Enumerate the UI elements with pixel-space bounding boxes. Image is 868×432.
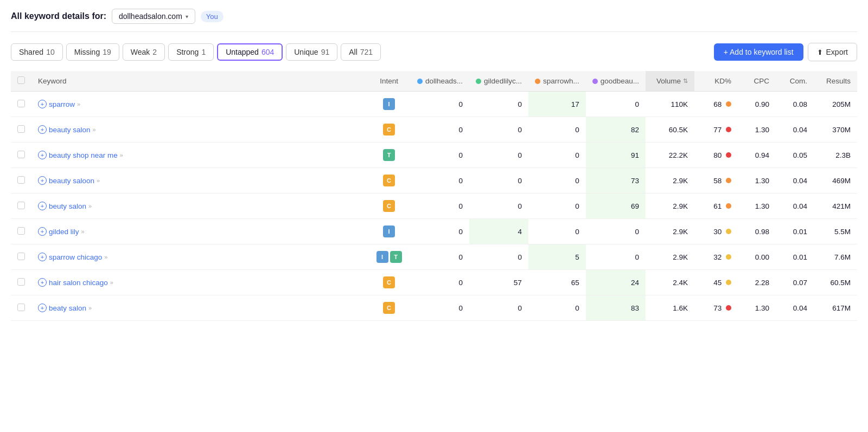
tab-label: Weak [131,48,150,56]
header: All keyword details for: dollheadsalon.c… [11,9,857,32]
select-all-header[interactable] [11,71,31,92]
keyword-text: beauty shop near me [49,151,118,159]
row-checkbox[interactable] [17,151,25,158]
add-keyword-icon[interactable]: + [38,304,47,312]
row-checkbox-cell[interactable] [11,244,31,270]
keyword-link[interactable]: + beaty salon » [38,304,361,312]
intent-badge: I [383,225,395,237]
row-checkbox[interactable] [17,202,25,209]
keyword-link[interactable]: + hair salon chicago » [38,278,361,287]
row-checkbox[interactable] [17,253,25,260]
expand-icon[interactable]: » [120,152,123,158]
expand-icon[interactable]: » [97,177,100,184]
tab-count: 2 [152,48,157,56]
volume-cell: 110K [646,92,694,117]
expand-icon[interactable]: » [77,101,80,107]
expand-icon[interactable]: » [110,279,113,286]
add-keyword-icon[interactable]: + [38,227,47,236]
row-checkbox-cell[interactable] [11,295,31,321]
domain-selector[interactable]: dollheadsalon.com ▾ [112,9,195,24]
row-checkbox[interactable] [17,278,25,286]
row-checkbox-cell[interactable] [11,143,31,168]
keyword-link[interactable]: + beauty salon » [38,125,361,134]
intent-cell: C [367,117,411,143]
tab-count: 604 [261,48,274,56]
table-row: + beuty salon » C 0 0 0 69 2.9K 61 1.30 … [11,194,857,219]
results-cell: 7.6M [814,244,857,270]
row-checkbox[interactable] [17,125,25,133]
volume-column-header[interactable]: Volume ⇅ [646,71,694,92]
keyword-link[interactable]: + sparrow » [38,100,361,108]
add-keyword-icon[interactable]: + [38,278,47,287]
site1-cell: 0 [411,117,469,143]
expand-icon[interactable]: » [81,228,85,235]
kd-cell: 61 [694,194,738,219]
expand-icon[interactable]: » [88,203,92,209]
kd-cell: 68 [694,92,738,117]
keyword-link[interactable]: + beauty shop near me » [38,151,361,159]
keyword-link[interactable]: + beauty saloon » [38,176,361,185]
site2-cell: 4 [469,219,528,244]
table-row: + beaty salon » C 0 0 0 83 1.6K 73 1.30 … [11,295,857,321]
add-keyword-icon[interactable]: + [38,151,47,159]
row-checkbox[interactable] [17,227,25,235]
expand-icon[interactable]: » [104,254,107,260]
site4-cell: 24 [586,270,646,295]
keyword-link[interactable]: + sparrow chicago » [38,253,361,261]
add-keyword-icon[interactable]: + [38,202,47,210]
select-all-checkbox[interactable] [17,76,25,84]
expand-icon[interactable]: » [88,305,92,311]
intent-cell: C [367,194,411,219]
site3-cell: 0 [528,168,586,194]
intent-badge: C [383,200,395,212]
keyword-text: beaty salon [49,304,86,312]
row-checkbox-cell[interactable] [11,270,31,295]
cpc-cell: 0.98 [738,219,776,244]
site2-cell: 0 [469,194,528,219]
tab-all[interactable]: All 721 [341,43,381,61]
export-button[interactable]: ⬆ Export [808,43,857,61]
tab-shared[interactable]: Shared 10 [11,43,63,61]
add-keyword-icon[interactable]: + [38,176,47,185]
add-keyword-icon[interactable]: + [38,100,47,108]
keyword-cell: + beauty shop near me » [31,143,367,168]
results-cell: 205M [814,92,857,117]
kd-dot [726,178,731,183]
row-checkbox[interactable] [17,304,25,311]
tab-missing[interactable]: Missing 19 [66,43,119,61]
row-checkbox-cell[interactable] [11,168,31,194]
keyword-link[interactable]: + gilded lily » [38,227,361,236]
site3-cell: 17 [528,92,586,117]
table-container: Keyword Intent dollheads... [11,71,857,321]
kd-cell: 32 [694,244,738,270]
row-checkbox[interactable] [17,176,25,184]
row-checkbox[interactable] [17,100,25,107]
intent-cell: C [367,295,411,321]
tab-strong[interactable]: Strong 1 [168,43,214,61]
cpc-cell: 1.30 [738,168,776,194]
keyword-text: beauty salon [49,126,91,134]
site1-cell: 0 [411,168,469,194]
kd-dot [726,127,731,132]
add-keyword-icon[interactable]: + [38,253,47,261]
tabs-row: Shared 10Missing 19Weak 2Strong 1Untappe… [11,43,857,61]
results-cell: 617M [814,295,857,321]
table-row: + beauty saloon » C 0 0 0 73 2.9K 58 1.3… [11,168,857,194]
kd-dot [726,152,731,158]
keyword-link[interactable]: + beuty salon » [38,202,361,210]
tab-weak[interactable]: Weak 2 [123,43,165,61]
add-keyword-icon[interactable]: + [38,125,47,134]
tab-untapped[interactable]: Untapped 604 [217,43,283,61]
tab-unique[interactable]: Unique 91 [286,43,337,61]
row-checkbox-cell[interactable] [11,194,31,219]
keyword-cell: + sparrow » [31,92,367,117]
com-cell: 0.04 [776,295,814,321]
tab-label: Strong [176,48,199,56]
row-checkbox-cell[interactable] [11,92,31,117]
com-cell: 0.05 [776,143,814,168]
add-keyword-button[interactable]: + Add to keyword list [714,43,803,61]
expand-icon[interactable]: » [93,126,96,133]
row-checkbox-cell[interactable] [11,117,31,143]
row-checkbox-cell[interactable] [11,219,31,244]
tab-label: Missing [74,48,100,56]
